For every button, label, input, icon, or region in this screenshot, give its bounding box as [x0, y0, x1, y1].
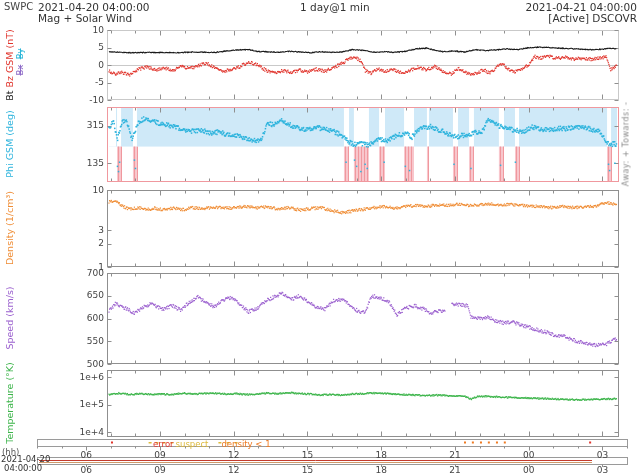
hour-tick-label: 09 [154, 450, 165, 460]
density-ytick-3: 3 [62, 225, 104, 235]
timeline-tick-label: 18 [375, 465, 386, 473]
hour-tick-label: 00 [523, 450, 534, 460]
mag-ytick-5: 5 [62, 42, 104, 52]
phi-ytick-135: 135 [62, 158, 104, 168]
density-axis-label: Density (1/cm³) [4, 191, 15, 265]
bt-series-label: Bt [4, 91, 15, 101]
bz-series-label: Bz GSM (nT) [4, 29, 15, 87]
timeline-start-time: 04:00:00 [4, 463, 42, 473]
hour-tick-label: 03 [597, 450, 608, 460]
plot-resolution-label: 1 day@1 min [300, 1, 370, 13]
legend-error: error [153, 439, 174, 449]
temp-ytick-1e+4: 1e+4 [62, 427, 104, 437]
timeline-tick-label: 03 [597, 465, 608, 473]
phi-axis-label: Phi GSM (deg) [4, 110, 15, 177]
hidden-series-labels: Bx By [15, 48, 25, 75]
temp-ytick-1e+5: 1e+5 [62, 399, 104, 409]
speed-axis-label: Speed (km/s) [4, 286, 15, 349]
temperature-axis-label: Temperature (°K) [4, 362, 15, 444]
legend-density-lt-1: density < 1 [221, 439, 270, 449]
mag-axis-label: Bt Bz GSM (nT) [4, 29, 15, 101]
satellite-status-label: [Active] DSCOVR [548, 12, 637, 24]
speed-ytick-650: 650 [62, 290, 104, 300]
by-series-label-disabled[interactable]: By [15, 48, 25, 59]
speed-ytick-500: 500 [62, 359, 104, 369]
bx-series-label-disabled[interactable]: Bx [15, 65, 25, 76]
mag-ytick-0: 0 [62, 60, 104, 70]
speed-ytick-700: 700 [62, 268, 104, 278]
hour-tick-label: 15 [302, 450, 313, 460]
swpc-solar-wind-dashboard: SWPC 2021-04-20 04:00:00 Mag + Solar Win… [0, 0, 640, 473]
legend-suspect: suspect [176, 439, 209, 449]
swpc-logo-text: SWPC [4, 1, 33, 12]
timeline-tick-label: 06 [80, 465, 91, 473]
timeline-tick-label: 21 [449, 465, 460, 473]
timeline-tick-label: 09 [154, 465, 165, 473]
mag-ytick--5: -5 [62, 77, 104, 87]
density-ytick-10: 10 [62, 185, 104, 195]
speed-ytick-550: 550 [62, 336, 104, 346]
away-towards-label: Away: + Towards: - [622, 102, 631, 187]
phi-ytick-315: 315 [62, 120, 104, 130]
density-ytick-2: 2 [62, 238, 104, 248]
temp-ytick-1e+6: 1e+6 [62, 372, 104, 382]
speed-ytick-600: 600 [62, 313, 104, 323]
hour-tick-label: 18 [375, 450, 386, 460]
mag-ytick-10: 10 [62, 25, 104, 35]
timeline-tick-label: 12 [228, 465, 239, 473]
hour-tick-label: 06 [80, 450, 91, 460]
hour-tick-label: 21 [449, 450, 460, 460]
mag-ytick--10: -10 [62, 95, 104, 105]
flags-legend: errorsuspectdensity < 1 [153, 439, 273, 449]
plot-title: Mag + Solar Wind [38, 12, 132, 24]
hour-tick-label: 12 [228, 450, 239, 460]
timeline-tick-label: 15 [302, 465, 313, 473]
timeline-tick-label: 00 [523, 465, 534, 473]
